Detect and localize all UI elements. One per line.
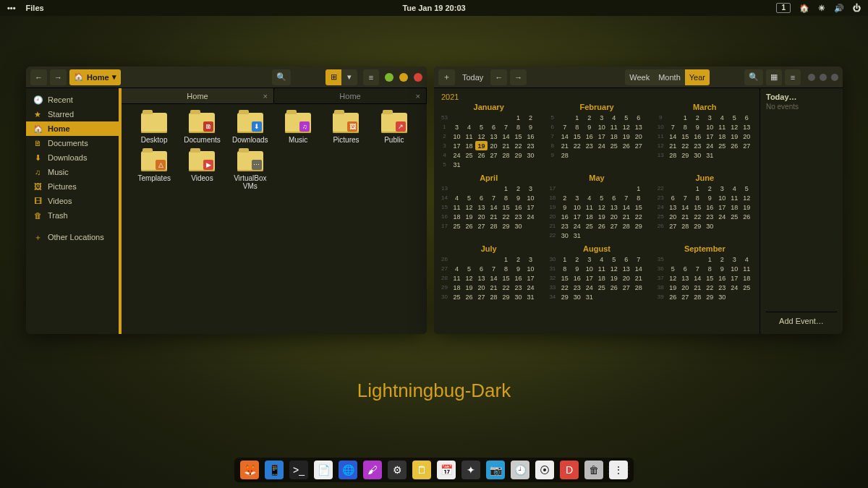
day-cell[interactable]: 25 bbox=[741, 283, 753, 292]
day-cell[interactable]: 25 bbox=[595, 283, 608, 292]
day-cell[interactable]: 11 bbox=[463, 132, 475, 141]
day-cell[interactable]: 25 bbox=[463, 150, 475, 160]
day-cell[interactable]: 9 bbox=[512, 193, 524, 202]
day-cell[interactable]: 23 bbox=[524, 141, 537, 150]
clock-icon[interactable]: 🕘 bbox=[511, 461, 529, 479]
day-cell[interactable]: 20 bbox=[608, 212, 620, 221]
day-cell[interactable]: 2 bbox=[704, 184, 716, 193]
day-cell[interactable]: 18 bbox=[451, 283, 463, 292]
day-cell[interactable]: 5 bbox=[608, 254, 620, 264]
day-cell[interactable]: 10 bbox=[583, 264, 595, 273]
day-cell[interactable]: 14 bbox=[500, 132, 512, 141]
volume-icon[interactable]: 🔊 bbox=[834, 4, 844, 13]
activities-button[interactable]: ••• bbox=[7, 4, 16, 12]
day-cell[interactable]: 4 bbox=[716, 113, 728, 122]
day-cell[interactable]: 28 bbox=[667, 150, 679, 160]
month-view-button[interactable]: Month bbox=[654, 69, 685, 85]
day-cell[interactable]: 21 bbox=[558, 141, 571, 150]
day-cell[interactable]: 14 bbox=[488, 273, 500, 283]
day-cell[interactable]: 23 bbox=[512, 283, 524, 292]
cal-grid-button[interactable]: ▦ bbox=[766, 69, 782, 85]
day-cell[interactable]: 22 bbox=[500, 283, 512, 292]
tab-close-icon[interactable]: × bbox=[416, 92, 420, 100]
folder-desktop[interactable]: Desktop bbox=[130, 113, 178, 144]
day-cell[interactable]: 6 bbox=[475, 193, 488, 202]
day-cell[interactable]: 13 bbox=[608, 202, 620, 212]
day-cell[interactable]: 22 bbox=[679, 141, 692, 150]
day-cell[interactable]: 2 bbox=[716, 254, 728, 264]
day-cell[interactable]: 4 bbox=[595, 254, 608, 264]
day-cell[interactable]: 4 bbox=[463, 122, 475, 132]
day-cell[interactable]: 18 bbox=[583, 212, 595, 221]
day-cell[interactable]: 7 bbox=[558, 122, 571, 132]
close-button[interactable] bbox=[414, 73, 422, 82]
day-cell[interactable]: 1 bbox=[632, 184, 644, 193]
day-cell[interactable]: 28 bbox=[500, 150, 512, 160]
day-cell[interactable]: 5 bbox=[728, 113, 741, 122]
day-cell[interactable]: 17 bbox=[583, 273, 595, 283]
maximize-button[interactable] bbox=[399, 73, 408, 82]
firefox-icon[interactable]: 🦊 bbox=[240, 461, 259, 479]
day-cell[interactable]: 19 bbox=[620, 132, 632, 141]
day-cell[interactable]: 16 bbox=[524, 132, 537, 141]
day-cell[interactable]: 25 bbox=[583, 221, 595, 231]
month-grid[interactable]: 1312314456789101511121314151617161819202… bbox=[438, 184, 539, 231]
phone-icon[interactable]: 📱 bbox=[265, 461, 284, 479]
folder-public[interactable]: ↗Public bbox=[370, 113, 418, 144]
day-cell[interactable]: 15 bbox=[679, 132, 692, 141]
day-cell[interactable]: 23 bbox=[716, 283, 728, 292]
folder-videos[interactable]: ▶Videos bbox=[178, 151, 226, 190]
day-cell[interactable]: 9 bbox=[512, 264, 524, 273]
day-cell[interactable]: 24 bbox=[583, 283, 595, 292]
day-cell[interactable]: 17 bbox=[595, 132, 608, 141]
day-cell[interactable]: 21 bbox=[500, 141, 512, 150]
day-cell[interactable]: 16 bbox=[512, 273, 524, 283]
day-cell[interactable]: 24 bbox=[524, 283, 537, 292]
day-cell[interactable]: 26 bbox=[728, 141, 741, 150]
folder-music[interactable]: ♫Music bbox=[274, 113, 322, 144]
day-cell[interactable]: 26 bbox=[608, 283, 620, 292]
day-cell[interactable]: 4 bbox=[451, 264, 463, 273]
brightness-icon[interactable]: ☀ bbox=[818, 4, 825, 13]
day-cell[interactable]: 29 bbox=[679, 150, 692, 160]
day-cell[interactable]: 15 bbox=[558, 273, 571, 283]
day-cell[interactable]: 14 bbox=[667, 132, 679, 141]
day-cell[interactable]: 18 bbox=[608, 132, 620, 141]
cal-minimize-button[interactable] bbox=[808, 74, 815, 81]
day-cell[interactable]: 24 bbox=[716, 212, 728, 221]
day-cell[interactable]: 16 bbox=[692, 132, 704, 141]
day-cell[interactable]: 29 bbox=[692, 221, 704, 231]
camera-icon[interactable]: 📷 bbox=[486, 461, 505, 479]
search-button[interactable]: 🔍 bbox=[272, 69, 291, 85]
day-cell[interactable]: 27 bbox=[488, 150, 500, 160]
day-cell[interactable]: 7 bbox=[679, 193, 692, 202]
notes-icon[interactable]: 🗒 bbox=[412, 461, 431, 479]
day-cell[interactable]: 30 bbox=[571, 292, 583, 301]
day-cell[interactable]: 27 bbox=[475, 292, 488, 301]
day-cell[interactable]: 16 bbox=[583, 132, 595, 141]
day-cell[interactable]: 12 bbox=[463, 273, 475, 283]
day-cell[interactable]: 28 bbox=[488, 292, 500, 301]
day-cell[interactable]: 9 bbox=[583, 122, 595, 132]
day-cell[interactable]: 10 bbox=[451, 132, 463, 141]
day-cell[interactable]: 2 bbox=[512, 254, 524, 264]
day-cell[interactable]: 7 bbox=[500, 122, 512, 132]
back-button[interactable]: ← bbox=[30, 69, 47, 85]
day-cell[interactable]: 6 bbox=[741, 113, 753, 122]
forward-button[interactable]: → bbox=[50, 69, 67, 85]
day-cell[interactable]: 24 bbox=[728, 283, 741, 292]
day-cell[interactable]: 10 bbox=[524, 193, 537, 202]
day-cell[interactable]: 9 bbox=[571, 264, 583, 273]
sidebar-item-starred[interactable]: ★Starred bbox=[26, 107, 119, 121]
minimize-button[interactable] bbox=[385, 73, 393, 82]
power-icon[interactable]: ⏻ bbox=[853, 4, 861, 12]
day-cell[interactable]: 12 bbox=[620, 122, 632, 132]
day-cell[interactable]: 9 bbox=[716, 264, 728, 273]
day-cell[interactable]: 19 bbox=[741, 202, 753, 212]
day-cell[interactable]: 6 bbox=[488, 122, 500, 132]
day-cell[interactable]: 14 bbox=[558, 132, 571, 141]
day-cell[interactable]: 20 bbox=[620, 273, 632, 283]
day-cell[interactable]: 18 bbox=[595, 273, 608, 283]
day-cell[interactable]: 30 bbox=[692, 150, 704, 160]
day-cell[interactable]: 7 bbox=[488, 264, 500, 273]
